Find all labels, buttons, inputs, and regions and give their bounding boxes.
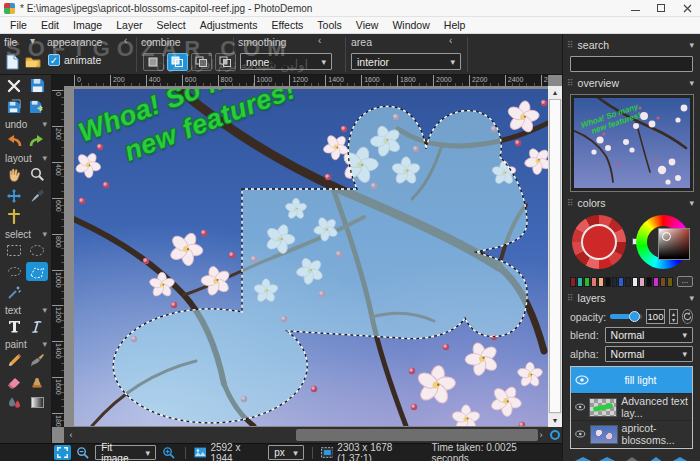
advanced-text-button[interactable] — [26, 317, 48, 336]
fit-canvas-button[interactable] — [54, 445, 71, 460]
opacity-slider-knob[interactable] — [629, 311, 640, 322]
measure-tool-button[interactable] — [3, 207, 25, 226]
merge-layers-button[interactable] — [668, 455, 692, 461]
zoom-in-button[interactable] — [160, 445, 177, 460]
save-copy-button[interactable] — [3, 97, 25, 116]
zoom-tool-button[interactable] — [26, 165, 48, 184]
color-swatch[interactable] — [570, 277, 576, 287]
layer-visibility-icon[interactable] — [575, 429, 586, 439]
delete-layer-button[interactable] — [595, 455, 619, 461]
move-layer-up-button[interactable] — [620, 455, 644, 461]
close-button[interactable] — [674, 0, 700, 16]
vertical-scrollbar[interactable]: ▴ ▾ — [548, 86, 562, 427]
layer-row-fill-light[interactable]: fill light — [571, 367, 692, 394]
colors-panel-header[interactable]: ⠿ colors ▾ — [563, 195, 700, 211]
color-swatch[interactable] — [660, 277, 666, 287]
search-input[interactable] — [570, 56, 693, 72]
color-swatch[interactable] — [584, 277, 590, 287]
vertical-scroll-thumb[interactable] — [549, 99, 561, 413]
menu-file[interactable]: File — [3, 17, 34, 34]
menu-tools[interactable]: Tools — [310, 17, 349, 34]
undo-section-header[interactable]: undo▾ — [0, 117, 51, 130]
color-swatch[interactable] — [577, 277, 583, 287]
opacity-value[interactable]: 100 — [646, 309, 665, 324]
new-image-button[interactable] — [2, 52, 22, 72]
redo-button[interactable] — [26, 131, 48, 150]
scroll-up-icon[interactable]: ▴ — [548, 86, 562, 99]
rectangle-select-button[interactable] — [3, 241, 25, 260]
move-layer-down-button[interactable] — [644, 455, 668, 461]
layout-section-header[interactable]: layout▾ — [0, 151, 51, 164]
color-swatch[interactable] — [632, 277, 638, 287]
horizontal-scroll-thumb[interactable] — [296, 429, 538, 441]
menu-view[interactable]: View — [349, 17, 386, 34]
search-panel-header[interactable]: ⠿ search ▾ — [563, 37, 700, 53]
color-swatch[interactable] — [667, 277, 673, 287]
move-tool-button[interactable] — [3, 186, 25, 205]
menu-layer[interactable]: Layer — [109, 17, 149, 34]
layers-panel-header[interactable]: ⠿ layers ▾ — [563, 290, 700, 306]
color-swatch[interactable] — [605, 277, 611, 287]
menu-select[interactable]: Select — [149, 17, 192, 34]
color-swatch[interactable] — [598, 277, 604, 287]
color-swatch[interactable] — [639, 277, 645, 287]
basic-text-button[interactable] — [3, 317, 25, 336]
ellipse-select-button[interactable] — [26, 241, 48, 260]
paint-section-header[interactable]: paint▾ — [0, 337, 51, 350]
color-swatch[interactable] — [625, 277, 631, 287]
opacity-slider[interactable] — [610, 314, 642, 319]
combine-subtract-button[interactable] — [191, 53, 212, 71]
combine-add-button[interactable] — [167, 53, 188, 71]
menu-adjustments[interactable]: Adjustments — [193, 17, 265, 34]
close-image-button[interactable] — [3, 76, 25, 95]
canvas-image[interactable]: Whoa! So many new features! — [74, 89, 548, 426]
menu-effects[interactable]: Effects — [264, 17, 310, 34]
alpha-mode-dropdown[interactable]: Normal▾ — [605, 346, 693, 362]
pencil-tool-button[interactable] — [3, 351, 25, 370]
stepper-down-icon[interactable]: ▾ — [672, 317, 675, 323]
color-picker-button[interactable] — [26, 186, 48, 205]
hand-tool-button[interactable] — [3, 165, 25, 184]
minimize-button[interactable] — [622, 0, 648, 16]
menu-window[interactable]: Window — [385, 17, 436, 34]
save-button[interactable] — [26, 76, 48, 95]
file-collapse-icon[interactable]: ▾ — [30, 35, 35, 46]
layer-row-advanced-text[interactable]: Advanced text lay... — [571, 394, 692, 421]
color-swatch[interactable] — [612, 277, 618, 287]
overview-thumbnail[interactable]: Whoa! So many new features! — [570, 94, 694, 192]
menu-help[interactable]: Help — [437, 17, 473, 34]
layer-row-background[interactable]: apricot-blossoms... — [571, 421, 692, 448]
menu-image[interactable]: Image — [66, 17, 109, 34]
appearance-collapse-icon[interactable]: ‹ — [124, 35, 127, 46]
area-collapse-icon[interactable]: ‹ — [449, 35, 452, 46]
color-swatch[interactable] — [591, 277, 597, 287]
paintbrush-tool-button[interactable] — [26, 351, 48, 370]
animate-checkbox[interactable]: ✓ — [48, 54, 60, 66]
current-color-swatch[interactable] — [581, 224, 617, 260]
zoom-dropdown[interactable]: Fit image▾ — [95, 445, 156, 460]
layer-visibility-icon[interactable] — [575, 375, 589, 385]
select-section-header[interactable]: select▾ — [0, 227, 51, 240]
gradient-tool-button[interactable] — [26, 393, 48, 412]
magic-wand-button[interactable] — [3, 283, 25, 302]
clone-stamp-button[interactable] — [26, 372, 48, 391]
export-button[interactable] — [26, 97, 48, 116]
overview-panel-header[interactable]: ⠿ overview ▾ — [563, 75, 700, 91]
scroll-down-icon[interactable]: ▾ — [548, 414, 562, 427]
smoothing-collapse-icon[interactable]: ‹ — [318, 35, 321, 46]
undo-button[interactable] — [3, 131, 25, 150]
polygon-select-button[interactable] — [26, 262, 48, 281]
saturation-handle[interactable] — [662, 232, 671, 241]
open-image-button[interactable] — [23, 52, 43, 72]
blend-mode-dropdown[interactable]: Normal▾ — [605, 327, 693, 343]
color-replace-button[interactable] — [3, 393, 25, 412]
add-layer-button[interactable] — [571, 455, 595, 461]
combine-intersect-button[interactable] — [215, 53, 236, 71]
combine-replace-button[interactable] — [143, 53, 164, 71]
opacity-stepper[interactable]: ▴▾ — [669, 309, 677, 324]
area-dropdown[interactable]: interior ▾ — [351, 53, 461, 70]
scroll-left-icon[interactable]: ‹ — [64, 427, 78, 443]
menu-edit[interactable]: Edit — [34, 17, 66, 34]
lasso-select-button[interactable] — [3, 262, 25, 281]
unit-dropdown[interactable]: px▾ — [268, 445, 303, 460]
